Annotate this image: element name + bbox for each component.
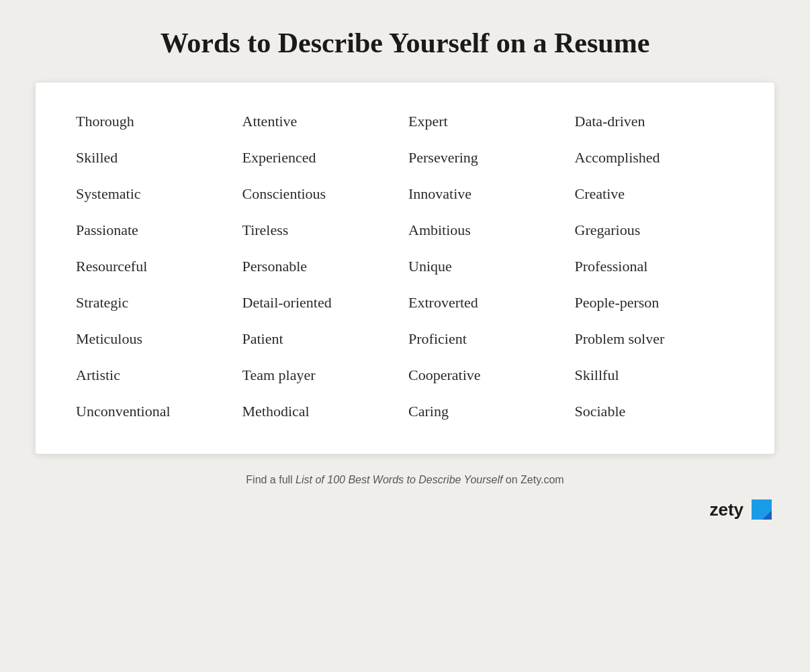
footer-suffix: on Zety.com [502, 474, 564, 485]
word-item: Resourceful [76, 258, 236, 275]
word-item: Conscientious [242, 185, 402, 203]
word-item: Problem solver [575, 330, 735, 348]
word-item: Skillful [575, 367, 735, 384]
word-item: Innovative [408, 185, 568, 203]
word-item: Thorough [76, 113, 236, 130]
page-title: Words to Describe Yourself on a Resume [161, 27, 650, 59]
word-item: Methodical [242, 403, 402, 420]
word-item: Ambitious [408, 222, 568, 239]
word-item: Attentive [242, 113, 402, 130]
word-item: Systematic [76, 185, 236, 203]
word-item: Creative [575, 185, 735, 203]
word-item: Experienced [242, 149, 402, 166]
word-item: Gregarious [575, 222, 735, 239]
word-item: Detail-oriented [242, 294, 402, 311]
word-item: Expert [408, 113, 568, 130]
word-item: Meticulous [76, 330, 236, 348]
word-item: Unconventional [76, 403, 236, 420]
word-item: Sociable [575, 403, 735, 420]
word-item: Accomplished [575, 149, 735, 166]
words-card: ThoroughAttentiveExpertData-drivenSkille… [36, 83, 774, 454]
footer: Find a full List of 100 Best Words to De… [34, 474, 776, 486]
word-item: Caring [408, 403, 568, 420]
word-item: Strategic [76, 294, 236, 311]
word-item: Team player [242, 367, 402, 384]
footer-link: List of 100 Best Words to Describe Yours… [296, 474, 502, 485]
word-item: Data-driven [575, 113, 735, 130]
word-item: Patient [242, 330, 402, 348]
word-item: Skilled [76, 149, 236, 166]
word-item: Proficient [408, 330, 568, 348]
word-item: Persevering [408, 149, 568, 166]
zety-logo-icon [749, 497, 774, 522]
word-item: Unique [408, 258, 568, 275]
word-item: Passionate [76, 222, 236, 239]
words-grid: ThoroughAttentiveExpertData-drivenSkille… [76, 113, 734, 420]
word-item: People-person [575, 294, 735, 311]
word-item: Artistic [76, 367, 236, 384]
word-item: Tireless [242, 222, 402, 239]
word-item: Extroverted [408, 294, 568, 311]
footer-prefix: Find a full [246, 474, 296, 485]
brand-name: zety [709, 499, 744, 520]
word-item: Professional [575, 258, 735, 275]
brand-row: zety [36, 497, 774, 522]
word-item: Personable [242, 258, 402, 275]
word-item: Cooperative [408, 367, 568, 384]
